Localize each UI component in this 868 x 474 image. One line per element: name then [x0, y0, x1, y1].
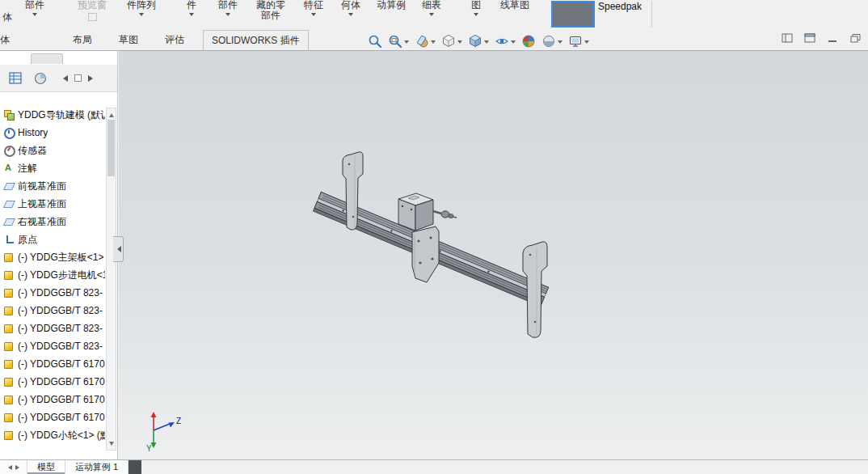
tree-item-component[interactable]: (-) YDDGGB/T 823- — [0, 284, 117, 302]
sensors-icon — [3, 145, 15, 156]
panel-back-icon[interactable] — [60, 75, 68, 82]
shaft-coupling[interactable] — [433, 211, 457, 218]
3d-model-rail-assembly[interactable] — [119, 51, 868, 459]
scroll-up-icon[interactable] — [107, 108, 116, 119]
tree-item-label: 前视基准面 — [18, 180, 66, 193]
carriage-plate[interactable] — [412, 226, 439, 282]
tree-item-component[interactable]: (-) YDDG主架板<1> — [0, 248, 117, 266]
display-style-button[interactable] — [466, 32, 491, 51]
feature-manager-panel: YDDG导轨建模 (默认<显 History 传感器 注解 前视基准面 上视基准… — [0, 51, 118, 459]
dropdown-caret-icon — [189, 13, 194, 19]
ribbon-button-hidden-components[interactable]: 藏的零部件 — [254, 0, 288, 21]
part-icon — [3, 305, 15, 316]
ribbon-button-fragment[interactable]: 体 — [2, 11, 12, 24]
window-restore-icon[interactable] — [849, 33, 862, 44]
tree-item-component[interactable]: (-) YDDGGB/T 6170 — [0, 408, 117, 426]
part-icon — [3, 394, 15, 405]
tree-item-annotations[interactable]: 注解 — [0, 159, 117, 177]
ribbon-separator — [651, 1, 652, 28]
window-minimize-icon[interactable] — [827, 33, 839, 44]
dropdown-caret-icon — [484, 40, 489, 46]
edit-appearance-button[interactable] — [519, 32, 538, 51]
tree-item-label: (-) YDDGGB/T 6170 — [18, 394, 105, 405]
apply-scene-button[interactable] — [539, 32, 565, 51]
display-style-icon — [468, 34, 482, 49]
tree-display-icon[interactable] — [8, 70, 24, 87]
tab-evaluate[interactable]: 评估 — [157, 30, 192, 50]
tab-strip-splitter[interactable] — [129, 460, 141, 474]
ribbon-button-component-pattern[interactable]: 件阵列 — [120, 0, 163, 19]
ribbon-button-preview-window[interactable]: 预览窗 — [70, 0, 115, 21]
tree-item-history[interactable]: History — [0, 124, 117, 142]
ribbon-button-speedpak[interactable]: Speedpak — [598, 0, 648, 13]
window-split-icon[interactable] — [782, 33, 794, 44]
ribbon-button-label: 动算例 — [377, 0, 406, 11]
tree-item-origin[interactable]: 原点 — [0, 231, 117, 248]
tree-item-label: 上视基准面 — [18, 197, 66, 211]
tree-item-component[interactable]: (-) YDDGGB/T 823- — [0, 320, 117, 337]
tab-scroll-left-icon[interactable] — [6, 465, 12, 470]
scrollbar-thumb[interactable] — [107, 120, 115, 176]
graphics-viewport[interactable]: Z Y — [119, 51, 868, 459]
tree-item-component[interactable]: (-) YDDGGB/T 823- — [0, 302, 117, 320]
window-cascade-icon[interactable] — [804, 33, 816, 44]
tree-item-top-plane[interactable]: 上视基准面 — [0, 195, 117, 213]
ribbon-button-assembly-features[interactable]: 特征 — [297, 0, 330, 19]
tree-item-component[interactable]: (-) YDDGGB/T 6170 — [0, 391, 117, 408]
view-orientation-icon — [441, 34, 456, 49]
panel-forward-icon[interactable] — [88, 75, 96, 82]
ribbon-button[interactable]: 部件 — [16, 0, 53, 19]
zoom-area-icon — [388, 34, 402, 49]
tab-solidworks-addins[interactable]: SOLIDWORKS 插件 — [203, 30, 309, 50]
ribbon-button-exploded-view[interactable]: 图 — [466, 0, 487, 19]
ribbon-button[interactable]: 部件 — [209, 0, 247, 19]
tab-scroll-arrows[interactable] — [0, 460, 27, 474]
ribbon-button-explode-line-sketch[interactable]: 线草图 — [493, 0, 537, 11]
triad-x-axis — [151, 412, 157, 417]
view-orientation-button[interactable] — [439, 32, 465, 51]
ribbon-button-label: 细表 — [422, 0, 441, 11]
section-view-button[interactable] — [412, 32, 438, 51]
ribbon-button-label: Speedpak — [598, 0, 642, 13]
status-bar: 模型 运动算例 1 — [0, 459, 868, 474]
tree-item-component[interactable]: (-) YDDG步进电机<1 — [0, 266, 117, 284]
reference-triad: Z Y — [140, 406, 188, 453]
part-icon — [3, 341, 15, 352]
tree-item-sensors[interactable]: 传感器 — [0, 142, 117, 159]
tab-sketch[interactable]: 草图 — [111, 30, 146, 50]
display-manager-icon[interactable] — [32, 70, 48, 87]
ribbon-button-motion-study[interactable]: 动算例 — [370, 0, 412, 11]
zoom-fit-button[interactable] — [365, 32, 385, 51]
ribbon: 体 部件 预览窗 件阵列 件 部件 藏的零部件 特征 — [0, 0, 868, 29]
scroll-down-icon[interactable] — [107, 439, 116, 450]
panel-collapse-handle[interactable] — [113, 236, 124, 262]
heads-up-view-toolbar — [365, 32, 592, 51]
tree-item-component[interactable]: (-) YDDGGB/T 6170 — [0, 373, 117, 391]
ribbon-button-reference-geometry[interactable]: 何体 — [335, 0, 367, 19]
tree-item-component[interactable]: (-) YDDGGB/T 6170 — [0, 355, 117, 373]
ribbon-button[interactable]: 件 — [179, 0, 204, 19]
hide-show-items-button[interactable] — [492, 32, 518, 51]
ribbon-button-selected[interactable] — [551, 1, 595, 28]
plane-icon — [3, 180, 15, 192]
zoom-area-button[interactable] — [386, 32, 411, 51]
plane-icon — [3, 216, 15, 227]
part-icon — [3, 412, 15, 423]
tree-item-front-plane[interactable]: 前视基准面 — [0, 177, 117, 195]
tree-item-component[interactable]: (-) YDDG小轮<1> (默 — [0, 426, 117, 444]
ribbon-button-label: 预览窗 — [78, 0, 107, 11]
tree-item-component[interactable]: (-) YDDGGB/T 823- — [0, 337, 117, 355]
view-settings-button[interactable] — [566, 32, 592, 51]
tab-motion-study-1[interactable]: 运动算例 1 — [65, 460, 129, 474]
tab-model[interactable]: 模型 — [27, 460, 65, 474]
tab-scroll-right-icon[interactable] — [15, 465, 22, 470]
tree-item-root[interactable]: YDDG导轨建模 (默认<显 — [0, 106, 117, 124]
stepper-motor[interactable] — [398, 193, 433, 231]
panel-drag-handle[interactable] — [31, 53, 63, 64]
ribbon-button-bom[interactable]: 细表 — [415, 0, 448, 19]
tree-scrollbar[interactable] — [106, 108, 116, 451]
tab-assembly[interactable]: 体 — [0, 30, 15, 50]
tree-item-label: (-) YDDGGB/T 6170 — [18, 376, 105, 387]
tree-item-right-plane[interactable]: 右视基准面 — [0, 213, 117, 231]
tab-layout[interactable]: 布局 — [65, 30, 100, 50]
